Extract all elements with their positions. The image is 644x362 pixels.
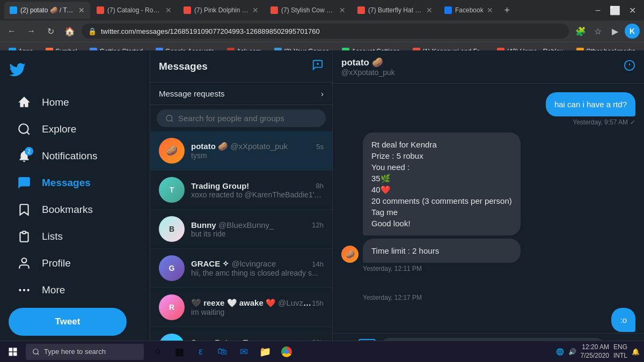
taskbar-cortana-icon[interactable]: ○ — [148, 342, 167, 361]
conv-time-bunny: 12h — [312, 221, 324, 229]
conversation-potato[interactable]: 🥔 potato 🥔 @xXpotato_puk 5s tysm — [150, 131, 332, 171]
tab-roblox1[interactable]: (7) Catalog - Roblox ✕ — [91, 2, 177, 19]
message-sent-2: :o — [341, 308, 635, 332]
taskbar-chrome-icon[interactable] — [277, 342, 296, 361]
back-button[interactable]: ← — [4, 24, 19, 39]
notifications-icon: 2 — [17, 149, 31, 163]
tab-close-facebook[interactable]: ✕ — [487, 6, 493, 14]
svg-rect-11 — [9, 348, 13, 351]
taskbar-edge-icon[interactable]: ε — [191, 342, 210, 361]
tab-close-roblox1[interactable]: ✕ — [165, 6, 172, 14]
taskbar-search[interactable]: Type here to search — [26, 344, 144, 360]
conversation-trading[interactable]: T Trading Group! 8h xoxo reacted to @Kar… — [150, 171, 332, 210]
more-icon — [17, 283, 31, 297]
conversation-grace[interactable]: G GRACE ✧ @lcvingrace 14h hii, the amc t… — [150, 249, 332, 288]
sidebar-item-more[interactable]: More — [9, 277, 141, 304]
conv-name-grace: GRACE ✧ @lcvingrace — [191, 259, 276, 269]
conv-avatar-potato: 🥔 — [159, 138, 185, 164]
conversation-reexe[interactable]: R 🖤 reexe 🤍 awake ❤️ @Luvzxreexes 15h im… — [150, 288, 332, 327]
home-browser-button[interactable]: 🏠 — [62, 24, 77, 39]
chat-header: potato 🥔 @xXpotato_puk — [333, 50, 644, 84]
address-bar[interactable]: 🔒 twitter.com/messages/12685191090772049… — [82, 24, 569, 39]
search-input[interactable] — [178, 114, 317, 123]
clock-time: 12:20 AM — [581, 343, 609, 352]
tab-close-twitter[interactable]: ✕ — [78, 6, 85, 14]
conv-avatar-grace: G — [159, 255, 185, 281]
sidebar-label-more: More — [42, 284, 65, 296]
sidebar-item-notifications[interactable]: 2 Notifications — [9, 143, 141, 169]
sidebar-item-bookmarks[interactable]: Bookmarks — [9, 196, 141, 223]
taskbar-tasks-icon[interactable]: ▦ — [170, 342, 189, 361]
sidebar-item-home[interactable]: Home — [9, 89, 141, 116]
sidebar-item-explore[interactable]: Explore — [9, 116, 141, 143]
maximize-button[interactable]: ⬜ — [608, 3, 623, 18]
new-tab-button[interactable]: + — [500, 3, 515, 18]
forward-button[interactable]: → — [24, 24, 39, 39]
network-icon[interactable]: 🌐 — [556, 348, 564, 356]
tab-favicon-facebook — [444, 6, 452, 14]
message-meta-received-2: Yesterday, 12:17 PM — [363, 294, 422, 301]
chat-info-button[interactable] — [624, 60, 635, 74]
message-sent-1: hai can i have a rtd? Yesterday, 9:57 AM… — [341, 92, 635, 126]
tab-title-roblox1: (7) Catalog - Roblox — [107, 6, 162, 14]
sidebar-item-lists[interactable]: Lists — [9, 223, 141, 250]
tab-roblox4[interactable]: (7) Butterfly Hat - Robl... ✕ — [352, 2, 438, 19]
taskbar-explorer-icon[interactable]: 📁 — [255, 342, 275, 361]
messages-title: Messages — [159, 61, 208, 72]
taskbar-mail-icon[interactable]: ✉ — [234, 342, 253, 361]
star-button[interactable]: ☆ — [590, 24, 605, 39]
recv-avatar-1: 🥔 — [341, 246, 358, 263]
extensions-button[interactable]: 🧩 — [573, 24, 588, 39]
navigation-bar: ← → ↻ 🏠 🔒 twitter.com/messages/126851910… — [0, 20, 644, 42]
profile-button[interactable]: K — [625, 24, 640, 39]
lists-icon — [17, 230, 31, 243]
conv-time-reexe: 15h — [312, 299, 324, 307]
sidebar-label-lists: Lists — [42, 231, 63, 242]
sidebar-item-profile[interactable]: Profile — [9, 250, 141, 277]
conversation-bunny[interactable]: B Bunny @BluexBunny_ 12h but its ride — [150, 210, 332, 249]
chat-messages: hai can i have a rtd? Yesterday, 9:57 AM… — [333, 84, 644, 333]
taskbar-search-label: Type here to search — [44, 348, 106, 356]
conv-preview-bunny: but its ride — [191, 230, 324, 238]
conv-time-potato: 5s — [316, 143, 324, 151]
clock: 12:20 AM 7/25/2020 — [581, 343, 609, 360]
taskbar-store-icon[interactable]: 🛍 — [213, 342, 232, 361]
taskbar-pinned-icons: ○ ▦ ε 🛍 ✉ 📁 — [148, 342, 296, 361]
start-button[interactable] — [0, 341, 26, 363]
compose-message-button[interactable] — [312, 59, 324, 73]
received-row-1: 🥔 Rt deal for Kendra Prize : 5 robux You… — [341, 132, 521, 263]
volume-icon[interactable]: 🔊 — [568, 348, 576, 356]
message-requests-label: Message requests — [159, 89, 225, 98]
refresh-button[interactable]: ↻ — [43, 24, 58, 39]
minimize-button[interactable]: – — [590, 3, 605, 18]
tab-roblox2[interactable]: (7) Pink Dolphin - Robl... ✕ — [178, 2, 264, 19]
tab-facebook[interactable]: Facebook ✕ — [439, 2, 499, 19]
close-button[interactable]: ✕ — [625, 3, 640, 18]
svg-point-0 — [19, 124, 28, 133]
media-button[interactable]: ▶ — [608, 24, 623, 39]
tab-title-roblox4: (7) Butterfly Hat - Robl... — [368, 6, 423, 14]
tab-roblox3[interactable]: (7) Stylish Cow Hat - Ro... ✕ — [265, 2, 351, 19]
conv-avatar-trading: T — [159, 177, 185, 203]
twitter-logo[interactable] — [9, 55, 141, 87]
message-bubble-sent-2: :o — [611, 308, 635, 332]
sidebar-label-bookmarks: Bookmarks — [42, 204, 93, 216]
message-bubble-sent-1: hai can i have a rtd? — [546, 92, 635, 116]
notification-icon[interactable]: 🔔 — [632, 348, 640, 356]
svg-point-4 — [27, 289, 29, 291]
tab-close-roblox4[interactable]: ✕ — [426, 6, 433, 14]
svg-rect-14 — [13, 352, 17, 356]
tab-twitter[interactable]: (2) potato 🥔 / Twitter ✕ — [4, 2, 90, 19]
tab-close-roblox2[interactable]: ✕ — [252, 6, 259, 14]
conversation-search[interactable] — [157, 109, 326, 127]
sidebar-item-messages[interactable]: Messages — [9, 169, 141, 196]
conv-preview-potato: tysm — [191, 151, 324, 160]
conv-preview-trading: xoxo reacted to @KarenTheBaddie1's ... — [191, 190, 324, 199]
message-requests-button[interactable]: Message requests › — [150, 83, 332, 105]
message-requests-chevron: › — [321, 89, 324, 98]
tab-close-roblox3[interactable]: ✕ — [339, 6, 346, 14]
messages-panel: Messages Message requests › 🥔 potato 🥔 @… — [150, 50, 333, 362]
conv-name-reexe: 🖤 reexe 🤍 awake ❤️ @Luvzxreexes — [191, 298, 312, 308]
tweet-button[interactable]: Tweet — [9, 308, 127, 336]
tab-title-roblox2: (7) Pink Dolphin - Robl... — [194, 6, 249, 14]
